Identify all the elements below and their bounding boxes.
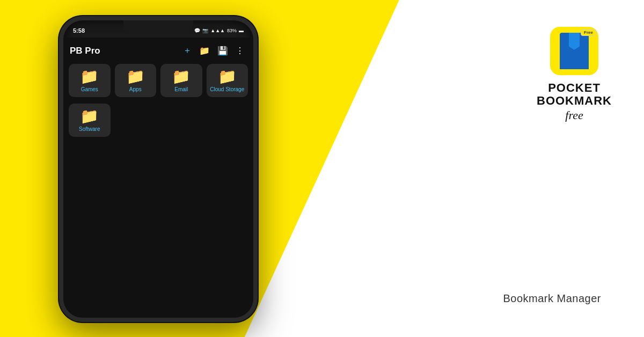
toolbar-icons: ＋ 📁 💾 ⋮ xyxy=(183,45,245,56)
free-badge: Free xyxy=(581,29,596,36)
battery-icon: ▬ xyxy=(239,28,244,33)
app-content: PB Pro ＋ 📁 💾 ⋮ 📁 Games 📁 Apps xyxy=(63,38,253,318)
app-name-bookmark: BOOKMARK xyxy=(537,94,612,107)
folder-grid-row2: 📁 Software xyxy=(68,104,249,137)
phone-mockup: 5:58 💬 📷 ▲▲▲ 83% ▬ PB Pro ＋ 📁 💾 ⋮ xyxy=(59,16,258,322)
folder-software[interactable]: 📁 Software xyxy=(69,104,111,137)
folder-cloud-storage[interactable]: 📁 Cloud Storage xyxy=(207,64,248,97)
folder-cloud-icon: 📁 xyxy=(218,69,237,84)
power-button xyxy=(257,85,258,109)
app-info-panel: Free POCKET BOOKMARK free xyxy=(537,27,612,122)
folder-grid-row1: 📁 Games 📁 Apps 📁 Email 📁 Cloud Storage xyxy=(68,62,249,99)
folder-games[interactable]: 📁 Games xyxy=(69,64,111,97)
app-title: PB Pro xyxy=(70,46,100,56)
app-name-free: free xyxy=(565,108,583,122)
folder-email[interactable]: 📁 Email xyxy=(160,64,202,97)
folder-apps-icon: 📁 xyxy=(126,69,145,84)
folder-software-icon: 📁 xyxy=(80,109,99,124)
add-icon[interactable]: ＋ xyxy=(183,45,192,56)
whatsapp-status-icon: 💬 xyxy=(194,28,200,33)
app-icon-wrapper: Free xyxy=(550,27,598,75)
new-folder-icon[interactable]: 📁 xyxy=(199,46,210,56)
volume-up-button xyxy=(59,74,60,90)
app-icon-book xyxy=(560,33,589,69)
folder-software-label: Software xyxy=(79,126,100,133)
more-options-icon[interactable]: ⋮ xyxy=(236,46,245,56)
folder-cloud-label: Cloud Storage xyxy=(210,86,244,93)
folder-apps-label: Apps xyxy=(129,86,142,93)
app-name-pocket: POCKET xyxy=(548,82,601,94)
save-icon[interactable]: 💾 xyxy=(217,46,228,56)
folder-email-label: Email xyxy=(174,86,188,93)
phone-notch xyxy=(123,20,193,34)
folder-games-icon: 📁 xyxy=(80,69,99,84)
folder-games-label: Games xyxy=(81,86,98,93)
battery-status: 83% xyxy=(227,28,237,33)
status-icons: 💬 📷 ▲▲▲ 83% ▬ xyxy=(194,28,244,33)
camera-status-icon: 📷 xyxy=(202,28,208,33)
bookmark-manager-subtitle: Bookmark Manager xyxy=(503,292,601,305)
folder-email-icon: 📁 xyxy=(172,69,191,84)
folder-apps[interactable]: 📁 Apps xyxy=(115,64,157,97)
app-toolbar: PB Pro ＋ 📁 💾 ⋮ xyxy=(68,42,249,62)
status-time: 5:58 xyxy=(73,27,85,34)
volume-down-button xyxy=(59,96,60,112)
signal-icon: ▲▲▲ xyxy=(210,28,225,33)
app-icon-bookmark-ribbon xyxy=(569,33,580,50)
phone-body: 5:58 💬 📷 ▲▲▲ 83% ▬ PB Pro ＋ 📁 💾 ⋮ xyxy=(59,16,258,322)
